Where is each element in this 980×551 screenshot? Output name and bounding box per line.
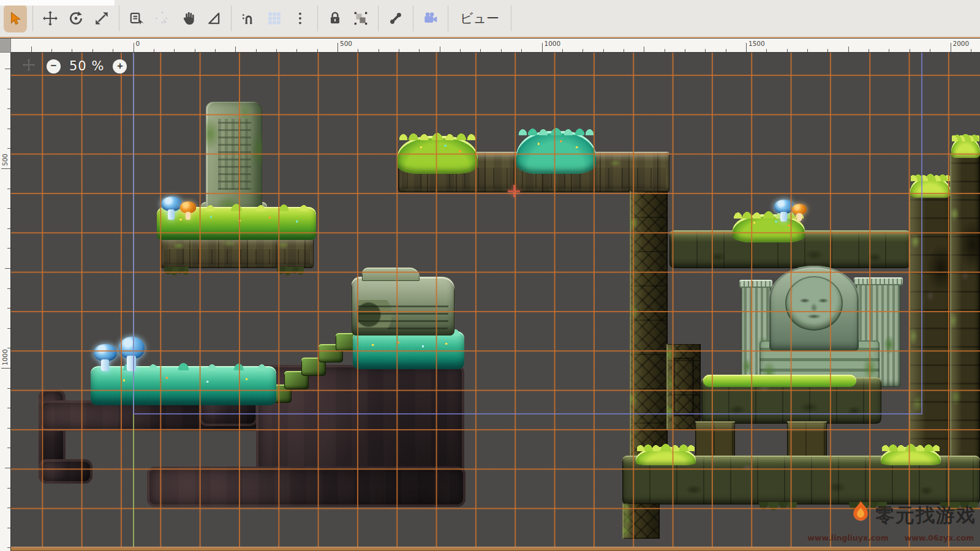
- scene-layer: [11, 53, 980, 551]
- ruler-tick: [951, 43, 951, 52]
- ruler-tick: [419, 49, 420, 53]
- moss-fringe[interactable]: [758, 502, 797, 512]
- ruler-tick: [7, 528, 11, 528]
- mushroom-orange[interactable]: [792, 204, 807, 221]
- toolbar-separator: [32, 6, 33, 31]
- vertical-ruler: 5001000: [0, 53, 11, 551]
- ruler-tick: [399, 49, 399, 53]
- magnet-icon: [241, 10, 257, 26]
- dungeon-foot[interactable]: [39, 459, 92, 484]
- move-tool-button[interactable]: [37, 4, 63, 32]
- ruler-tick: [7, 348, 11, 348]
- hand-icon: [180, 10, 196, 26]
- right-wall-outer-grass[interactable]: [951, 137, 980, 158]
- transform-grid-toggle-button[interactable]: [348, 4, 374, 32]
- watermark-row: 零元找游戏: [850, 499, 976, 532]
- ruler-tick: [72, 49, 72, 53]
- ruler-tick: [5, 468, 10, 468]
- scene-canvas[interactable]: − 50 % + 零元找游戏 www.lingliuyx.com www.06z…: [11, 53, 980, 551]
- statue-ledge[interactable]: [701, 377, 881, 424]
- lower-pillar[interactable]: [787, 421, 827, 459]
- camera-tool-button[interactable]: [418, 4, 443, 32]
- toolbar-separator: [511, 6, 511, 31]
- moss-fringe[interactable]: [277, 267, 304, 277]
- ruler-tick: [5, 69, 10, 69]
- watermark-url-right: www.06zyx.com: [905, 533, 974, 542]
- ruler-tick: [195, 49, 195, 53]
- ruler-tick: [562, 49, 563, 53]
- zoom-in-button[interactable]: +: [113, 59, 127, 73]
- right-wall-inner[interactable]: [909, 187, 952, 458]
- grid-snap-toggle-button[interactable]: [262, 4, 287, 32]
- view-menu-button[interactable]: ビュー: [453, 4, 507, 32]
- ruins-column-block[interactable]: [666, 344, 701, 430]
- stone-monument[interactable]: [206, 102, 262, 209]
- mushroom-orange[interactable]: [180, 201, 196, 220]
- mushroom-blue[interactable]: [161, 197, 182, 220]
- left-platform-stone[interactable]: [160, 236, 314, 268]
- ruler-label: 2000: [953, 40, 970, 47]
- pan-widget-icon: [22, 58, 36, 72]
- ruler-tick: [317, 49, 318, 53]
- select-tool-button[interactable]: [4, 4, 27, 32]
- mushroom-blue[interactable]: [119, 337, 145, 371]
- zoom-out-button[interactable]: −: [47, 59, 61, 73]
- scale-icon: [94, 10, 110, 26]
- snap-icon: [154, 10, 170, 26]
- ruler-tick: [7, 189, 11, 189]
- ruler-tick: [7, 388, 11, 389]
- column-stub[interactable]: [622, 503, 660, 539]
- bar-grass[interactable]: [636, 447, 696, 465]
- watermark-title: 零元找游戏: [875, 503, 976, 528]
- statue-face[interactable]: [769, 266, 859, 351]
- select-object-tool-button[interactable]: [124, 4, 149, 32]
- ruins-column[interactable]: [630, 191, 668, 458]
- ruler-tick: [7, 228, 11, 229]
- level-editor-window: ビュー 0500100015002000 5001000 − 50 % + 零元…: [0, 0, 980, 551]
- mushroom-blue[interactable]: [94, 344, 117, 371]
- lock-toggle-button[interactable]: [322, 4, 348, 32]
- toolbar-separator: [231, 6, 232, 31]
- ruler-tick: [7, 108, 11, 109]
- watermark-urls: www.lingliuyx.com www.06zyx.com: [807, 533, 974, 542]
- ruler-tick: [542, 43, 543, 52]
- lower-grass-teal[interactable]: [91, 366, 276, 405]
- magnet-snap-toggle-button[interactable]: [236, 4, 262, 32]
- toolbar-separator: [378, 6, 379, 31]
- watermark: 零元找游戏 www.lingliuyx.com www.06zyx.com: [807, 499, 976, 542]
- mushroom-blue[interactable]: [774, 200, 794, 222]
- measure-tool-button[interactable]: [201, 4, 227, 32]
- bone-tool-button[interactable]: [383, 4, 409, 32]
- snap-cursor-tool-button[interactable]: [149, 4, 175, 32]
- mid-bush-green[interactable]: [397, 136, 478, 174]
- ruler-label: 500: [340, 40, 352, 47]
- ruined-machine[interactable]: [352, 277, 454, 335]
- scale-tool-button[interactable]: [89, 4, 115, 32]
- grid-icon: [266, 10, 282, 26]
- rotate-tool-button[interactable]: [63, 4, 89, 32]
- ruler-tick: [685, 49, 685, 53]
- hand-tool-button[interactable]: [175, 4, 201, 32]
- ruler-tick: [7, 208, 11, 209]
- more-options-button[interactable]: [287, 4, 313, 32]
- dungeon-bottom-slab[interactable]: [147, 467, 466, 507]
- ruler-tick: [296, 49, 297, 53]
- ruler-tick: [5, 268, 10, 269]
- ruler-tick: [154, 49, 154, 53]
- horizontal-scrollbar[interactable]: [11, 547, 980, 551]
- ruler-tick: [7, 328, 11, 329]
- mid-bush-teal[interactable]: [516, 131, 596, 174]
- ruler-tick: [1, 168, 10, 169]
- ruler-tick: [174, 49, 175, 53]
- ruler-tick: [7, 129, 11, 129]
- lower-pillar[interactable]: [695, 421, 735, 459]
- ruler-label: 0: [136, 40, 140, 47]
- ruler-label: 500: [1, 154, 9, 166]
- right-wall-outer[interactable]: [950, 153, 980, 458]
- right-wall-inner-grass[interactable]: [910, 177, 951, 198]
- upper-grass-teal[interactable]: [353, 331, 464, 369]
- ruler-label: 1000: [545, 40, 561, 47]
- bar-grass[interactable]: [881, 447, 941, 465]
- ruler-tick: [134, 43, 134, 52]
- moss-fringe[interactable]: [164, 267, 189, 277]
